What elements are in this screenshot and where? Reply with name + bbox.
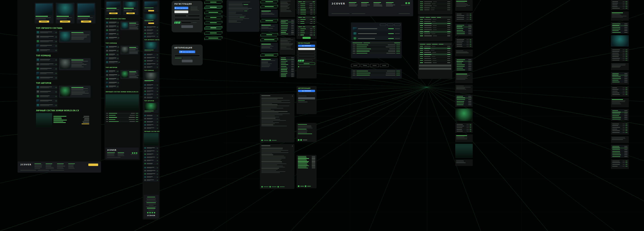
list-row[interactable] <box>36 76 58 80</box>
table-row[interactable] <box>456 17 472 18</box>
cta-button[interactable] <box>204 11 222 14</box>
footer-link[interactable] <box>34 166 42 166</box>
tab-button[interactable] <box>351 64 360 67</box>
table-row[interactable] <box>419 27 451 28</box>
list-row[interactable] <box>280 62 294 63</box>
cta-button[interactable] <box>260 5 278 8</box>
list-row[interactable] <box>612 26 628 28</box>
list-row[interactable] <box>280 64 294 65</box>
cta-button[interactable] <box>260 53 278 57</box>
cta-button[interactable] <box>260 33 278 36</box>
list-row[interactable] <box>144 84 158 86</box>
footer-link[interactable] <box>374 5 382 5</box>
checkbox[interactable] <box>262 140 263 141</box>
mobile-card[interactable] <box>144 102 158 113</box>
table-row[interactable] <box>352 72 401 74</box>
close-icon[interactable]: ✕ <box>292 95 293 97</box>
footer-link[interactable] <box>107 152 115 153</box>
footer-link[interactable] <box>57 166 65 166</box>
cta-button[interactable] <box>204 31 222 35</box>
input-field[interactable] <box>305 60 312 62</box>
table-row[interactable] <box>352 50 401 52</box>
table-row[interactable] <box>419 62 451 63</box>
input-field[interactable] <box>298 51 315 53</box>
table-row[interactable] <box>352 26 400 31</box>
footer-link[interactable] <box>349 6 357 6</box>
footer-link[interactable] <box>107 154 114 155</box>
table-row[interactable] <box>612 90 628 92</box>
table-row[interactable] <box>456 131 472 132</box>
list-row[interactable] <box>144 63 158 65</box>
table-row[interactable] <box>298 28 316 29</box>
cta-button[interactable] <box>204 21 222 24</box>
table-row[interactable] <box>419 5 451 6</box>
list-row[interactable] <box>280 23 294 24</box>
card-action-button[interactable] <box>109 12 118 14</box>
input-field[interactable] <box>174 54 200 57</box>
footer-link[interactable] <box>349 3 355 4</box>
list-row[interactable] <box>36 58 58 62</box>
list-row[interactable] <box>144 159 158 162</box>
list-row[interactable] <box>106 53 119 56</box>
card-action-button[interactable] <box>60 20 70 22</box>
footer-link[interactable] <box>374 6 382 6</box>
list-row[interactable] <box>144 121 158 123</box>
list-row[interactable] <box>456 31 472 33</box>
list-row[interactable] <box>612 115 628 116</box>
list-row[interactable] <box>106 81 119 84</box>
table-row[interactable] <box>419 31 451 33</box>
table-row[interactable] <box>612 164 628 165</box>
list-row[interactable] <box>456 67 472 69</box>
list-row[interactable] <box>612 76 628 77</box>
toggle-checkbox[interactable] <box>305 186 306 187</box>
content-card[interactable] <box>56 3 74 23</box>
table-row[interactable] <box>456 41 472 42</box>
footer-link[interactable] <box>68 165 74 165</box>
table-row[interactable] <box>106 117 139 118</box>
checkbox[interactable] <box>270 140 271 141</box>
list-row[interactable] <box>612 113 628 114</box>
list-row[interactable] <box>36 71 58 75</box>
toggle-checkbox[interactable] <box>298 139 300 141</box>
list-row[interactable] <box>106 21 119 24</box>
list-row[interactable] <box>36 48 58 52</box>
list-row[interactable] <box>144 93 158 96</box>
detail-card[interactable] <box>59 31 90 43</box>
list-row[interactable] <box>612 23 628 24</box>
footer-link[interactable] <box>118 152 124 153</box>
table-row[interactable] <box>106 115 139 116</box>
table-row[interactable] <box>612 123 628 124</box>
footer-link[interactable] <box>34 168 40 169</box>
footer-link[interactable] <box>46 165 52 165</box>
footer-button[interactable] <box>88 164 98 166</box>
list-row[interactable] <box>456 64 472 65</box>
footer-link[interactable] <box>147 197 155 197</box>
list-row[interactable] <box>456 33 472 34</box>
table-row[interactable] <box>298 11 316 13</box>
list-row[interactable] <box>612 73 628 74</box>
footer-link[interactable] <box>147 208 156 208</box>
mobile-card[interactable] <box>144 1 158 12</box>
list-row[interactable] <box>612 32 628 33</box>
footer-link[interactable] <box>34 167 42 168</box>
list-row[interactable] <box>612 81 628 82</box>
list-row[interactable] <box>144 150 158 153</box>
card-action-button[interactable] <box>39 20 49 22</box>
table-row[interactable] <box>298 9 316 11</box>
social-icon[interactable] <box>147 212 148 213</box>
mobile-card[interactable] <box>144 13 158 24</box>
checkbox[interactable] <box>270 186 271 188</box>
list-row[interactable] <box>456 104 472 105</box>
list-row[interactable] <box>456 66 472 67</box>
list-row[interactable] <box>36 31 58 34</box>
list-row[interactable] <box>36 86 58 89</box>
footer-link[interactable] <box>146 207 156 207</box>
list-row[interactable] <box>106 74 119 77</box>
table-row[interactable] <box>612 1 628 2</box>
list-row[interactable] <box>280 66 294 67</box>
list-row[interactable] <box>456 97 472 99</box>
footer-link[interactable] <box>146 201 156 202</box>
table-row[interactable] <box>352 36 400 40</box>
list-row[interactable] <box>612 112 628 113</box>
footer-link[interactable] <box>374 3 380 4</box>
